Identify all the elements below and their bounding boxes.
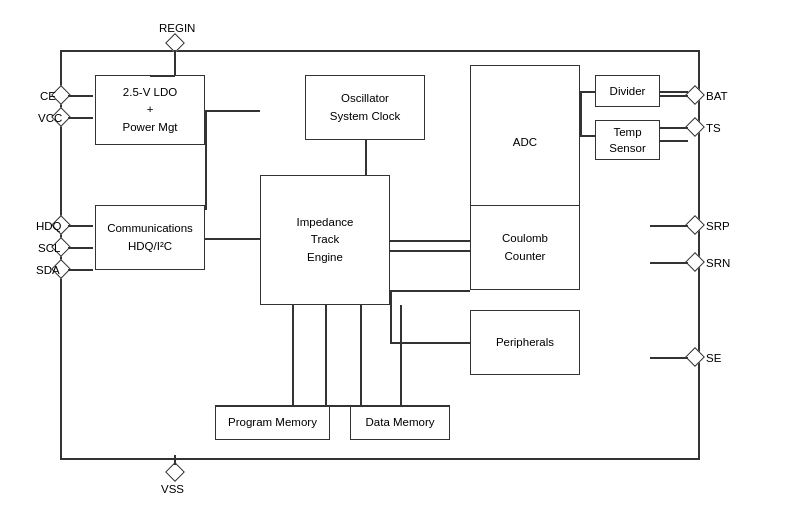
- adc-label: ADC: [513, 134, 537, 150]
- srn-label: SRN: [706, 257, 730, 269]
- hdq-wire: [68, 225, 93, 227]
- block-diagram: REGIN VSS CE VCC HDQ SCL SDA BAT TS SRP …: [40, 20, 750, 485]
- impedance-program-v: [292, 305, 294, 405]
- vcc-label: VCC: [38, 112, 62, 124]
- impedance-label: Impedance Track Engine: [297, 214, 354, 266]
- ts-wire: [660, 127, 688, 129]
- ce-wire: [68, 95, 93, 97]
- ldo-impedance-wire: [205, 110, 260, 112]
- temp-sensor-label: Temp Sensor: [609, 124, 645, 156]
- divider-block: Divider: [595, 75, 660, 107]
- sda-wire: [68, 269, 93, 271]
- impedance-peripherals-h2: [390, 342, 470, 344]
- peripherals-label: Peripherals: [496, 334, 554, 350]
- program-memory-label: Program Memory: [228, 414, 317, 430]
- impedance-block: Impedance Track Engine: [260, 175, 390, 305]
- impedance-data-v: [400, 305, 402, 405]
- temp-sensor-block: Temp Sensor: [595, 120, 660, 160]
- ts-label: TS: [706, 122, 721, 134]
- adc-temp-wire: [580, 135, 595, 137]
- oscillator-block: Oscillator System Clock: [305, 75, 425, 140]
- bat-wire: [660, 95, 688, 97]
- scl-label: SCL: [38, 242, 60, 254]
- vss-connector: [165, 462, 185, 482]
- vss-wire: [174, 455, 176, 465]
- ce-label: CE: [40, 90, 56, 102]
- impedance-coulomb-wire: [390, 250, 470, 252]
- impedance-peripherals-v: [390, 290, 392, 342]
- communications-block: Communications HDQ/I²C: [95, 205, 205, 270]
- ldo-right-wire-v: [205, 110, 207, 210]
- se-wire: [650, 357, 688, 359]
- ldo-regin-h: [150, 75, 175, 77]
- bus-v2: [360, 305, 362, 405]
- se-label: SE: [706, 352, 721, 364]
- sda-label: SDA: [36, 264, 60, 276]
- bus-h-bottom: [215, 405, 450, 407]
- adc-divider-v: [580, 91, 582, 135]
- srn-wire: [650, 262, 688, 264]
- data-memory-block: Data Memory: [350, 405, 450, 440]
- temp-ts-wire: [660, 140, 688, 142]
- osc-impedance-v: [365, 140, 367, 175]
- program-memory-block: Program Memory: [215, 405, 330, 440]
- srp-wire: [650, 225, 688, 227]
- coulomb-label: Coulomb Counter: [502, 230, 548, 265]
- adc-block: ADC: [470, 65, 580, 220]
- vcc-wire: [68, 117, 93, 119]
- vss-label: VSS: [161, 483, 184, 495]
- bus-v1: [325, 305, 327, 405]
- hdq-label: HDQ: [36, 220, 62, 232]
- divider-label: Divider: [610, 83, 646, 99]
- comm-impedance-wire: [205, 238, 260, 240]
- bat-label: BAT: [706, 90, 728, 102]
- peripherals-block: Peripherals: [470, 310, 580, 375]
- scl-wire: [68, 247, 93, 249]
- ldo-block: 2.5-V LDO + Power Mgt: [95, 75, 205, 145]
- oscillator-label: Oscillator System Clock: [330, 90, 400, 125]
- data-memory-label: Data Memory: [365, 414, 434, 430]
- adc-divider-wire: [580, 91, 595, 93]
- impedance-adc-wire: [390, 240, 470, 242]
- srp-label: SRP: [706, 220, 730, 232]
- communications-label: Communications HDQ/I²C: [107, 220, 193, 255]
- coulomb-block: Coulomb Counter: [470, 205, 580, 290]
- impedance-peripherals-wire: [390, 290, 470, 292]
- ldo-label: 2.5-V LDO + Power Mgt: [123, 84, 178, 136]
- divider-bat-wire: [660, 91, 688, 93]
- regin-label: REGIN: [159, 22, 195, 34]
